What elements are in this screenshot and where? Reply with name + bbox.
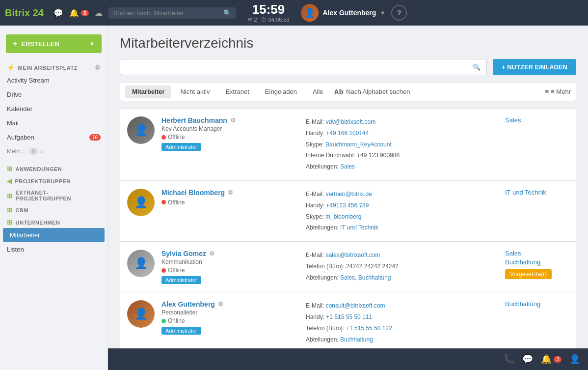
gear-icon[interactable]: ⚙	[209, 250, 214, 257]
admin-badge: Administrator	[161, 276, 201, 284]
rocket-icon: ⚡	[7, 64, 15, 71]
employee-list: 👤 Herbert Bauchmann ⚙ Key Accounts Manag…	[120, 108, 576, 353]
clock-icon: ⏱	[261, 17, 267, 23]
employee-name[interactable]: Michael Bloomberg ⚙	[161, 189, 299, 197]
help-button[interactable]: ?	[391, 5, 407, 21]
messages-icon-btn[interactable]: 💬	[53, 8, 63, 18]
plus-icon: +	[13, 39, 17, 48]
create-label: ERSTELLEN	[21, 40, 59, 48]
admin-badge: Administrator	[161, 327, 201, 335]
phone-link[interactable]: +1 515 55 50 111	[326, 313, 372, 320]
dept-link[interactable]: Sales	[340, 274, 355, 281]
employee-contact: E-Mail: vertrieb@bitrix.de Handy: +49123…	[306, 189, 498, 233]
employee-title: Key Accounts Manager	[161, 125, 299, 132]
create-button[interactable]: + ERSTELLEN ▼	[6, 34, 102, 53]
skype-link[interactable]: m_bloomberg	[325, 213, 361, 220]
dept-link[interactable]: IT und Technik	[505, 189, 569, 196]
dept-link-sales[interactable]: Sales	[505, 250, 569, 257]
invite-button[interactable]: + NUTZER EINLADEN	[493, 59, 576, 75]
gear-icon[interactable]: ⚙	[218, 301, 223, 308]
sidebar-item-drive[interactable]: Drive	[0, 87, 107, 102]
chevron-down-icon: ▼	[89, 41, 95, 47]
dept-link[interactable]: Buchhaltung	[505, 300, 569, 308]
header-search-input[interactable]	[113, 9, 220, 17]
content-search-input[interactable]	[126, 63, 473, 71]
user-block[interactable]: 👤 Alex Guttenberg ▼	[301, 4, 385, 22]
alphabet-button[interactable]: Ab Nach Alphabet suchen	[334, 88, 410, 96]
phone-link[interactable]: +49123 456 789	[326, 202, 369, 209]
chat-icon-btn[interactable]: 💬	[522, 354, 533, 365]
msg-count: 2	[254, 17, 257, 23]
dept-link2[interactable]: Buchhaltung	[358, 274, 391, 281]
sidebar-item-activity-stream[interactable]: Activity Stream	[0, 73, 107, 87]
avatar: 👤	[127, 189, 155, 216]
phone-icon-btn[interactable]: 📞	[504, 354, 514, 365]
email-link[interactable]: consult@bitrixsoft.com	[326, 302, 385, 309]
settings-icon[interactable]: ⚙	[95, 64, 101, 71]
top-header: Bitrix 24 💬 🔔 3 ☁ 🔍 15:59 ✉ 2 ⏱ 04:06:53…	[0, 0, 588, 26]
gear-icon[interactable]: ⚙	[230, 117, 236, 124]
toolbar-row: 🔍 + NUTZER EINLADEN	[120, 59, 576, 75]
filter-tabs: Mitarbeiter Nicht aktiv Extranet Eingela…	[120, 82, 576, 101]
tab-eingeladen[interactable]: Eingeladen	[258, 85, 304, 98]
header-search[interactable]: 🔍	[108, 7, 236, 19]
apps-icon: ⊞	[7, 165, 13, 172]
phone-link[interactable]: +49 166 100144	[326, 130, 369, 137]
employee-name[interactable]: Alex Guttenberg ⚙	[161, 300, 299, 308]
mehr-button[interactable]: ≡ ≡ Mehr	[545, 88, 571, 95]
dept-link[interactable]: Sales	[505, 116, 569, 124]
tab-alle[interactable]: Alle	[306, 85, 330, 98]
email-link[interactable]: vdv@bitrixsoft.com	[326, 118, 376, 125]
avatar: 👤	[127, 300, 155, 328]
dept-link[interactable]: Buchhaltung	[340, 336, 373, 343]
bell-icon-btn[interactable]: 🔔 3	[69, 8, 89, 18]
dept-link[interactable]: Sales	[340, 163, 355, 170]
tab-nicht-aktiv[interactable]: Nicht aktiv	[173, 85, 216, 98]
employee-status: Offline	[161, 199, 299, 206]
employee-contact: E-Mail: sales@bitrixsoft.com Telefon (Bü…	[306, 250, 498, 283]
table-row: 👤 Herbert Bauchmann ⚙ Key Accounts Manag…	[120, 108, 576, 181]
employee-dept: IT und Technik	[505, 189, 569, 198]
tab-extranet[interactable]: Extranet	[218, 85, 256, 98]
skype-link[interactable]: Bauchmann_KeyAccount	[325, 141, 392, 148]
status-dot-offline	[161, 268, 166, 273]
employee-name[interactable]: Herbert Bauchmann ⚙	[161, 116, 299, 124]
clock-time: 15:59	[248, 2, 290, 17]
bell-icon-btn[interactable]: 🔔 3	[541, 354, 561, 365]
section-crm: ⊞ CRM	[0, 203, 107, 216]
email-link[interactable]: vertrieb@bitrix.de	[326, 191, 372, 198]
avatar: 👤	[127, 116, 155, 144]
employee-dept: Buchhaltung	[505, 300, 569, 309]
sidebar-item-mail[interactable]: Mail	[0, 116, 107, 130]
user-icon-btn[interactable]: 👤	[569, 354, 580, 365]
content-search-bar[interactable]: 🔍	[120, 59, 487, 75]
bell-badge: 3	[81, 10, 89, 16]
chevron-down-icon: ▼	[380, 10, 385, 16]
phone-link2[interactable]: +1 515 55 50 122	[346, 325, 392, 332]
status-dot-online	[161, 319, 166, 323]
admin-badge: Administrator	[161, 143, 201, 151]
sidebar-item-listen[interactable]: Listen	[0, 242, 107, 256]
company-icon: ⊞	[7, 219, 13, 226]
sidebar-more-item[interactable]: Mehr... 4 ›	[0, 144, 107, 158]
user-name: Alex Guttenberg	[322, 9, 376, 17]
employee-title: Personalleiter	[161, 309, 299, 316]
tab-mitarbeiter[interactable]: Mitarbeiter	[125, 85, 171, 98]
cloud-icon-btn[interactable]: ☁	[95, 8, 103, 18]
sidebar-item-kalender[interactable]: Kalender	[0, 102, 107, 116]
avatar: 👤	[301, 4, 319, 22]
email-link[interactable]: sales@bitrixsoft.com	[326, 252, 380, 258]
employee-name[interactable]: Sylvia Gomez ⚙	[161, 250, 299, 257]
bottom-bar: 📞 💬 🔔 3 👤	[108, 348, 588, 370]
msg-count-icon: ✉	[248, 17, 252, 23]
sidebar-item-aufgaben[interactable]: Aufgaben 16	[0, 130, 107, 144]
logo-24: 24	[33, 7, 44, 18]
employee-info: Sylvia Gomez ⚙ Kommunikation Offline Adm…	[161, 250, 299, 284]
table-row: 👤 Alex Guttenberg ⚙ Personalleiter Onlin…	[120, 292, 576, 353]
dept-link-buchhaltung[interactable]: Buchhaltung	[505, 258, 569, 266]
employee-info: Alex Guttenberg ⚙ Personalleiter Online …	[161, 300, 299, 335]
chevron-right-icon: ›	[41, 148, 43, 155]
dept-link[interactable]: IT und Technik	[340, 224, 378, 231]
gear-icon[interactable]: ⚙	[228, 189, 233, 196]
sidebar-item-mitarbeiter[interactable]: Mitarbeiter	[3, 228, 105, 242]
